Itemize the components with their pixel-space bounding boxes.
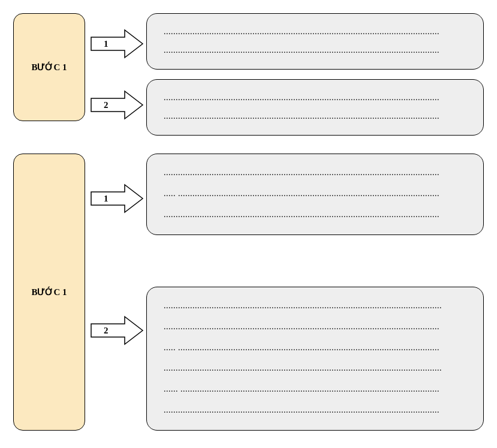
arrow-2: 2 (90, 90, 144, 120)
step-label: BƯỚC 1 (31, 287, 67, 297)
arrow-icon (90, 29, 144, 59)
arrow-label: 2 (104, 326, 109, 336)
arrow-label: 1 (104, 39, 109, 49)
arrow-icon (90, 315, 144, 345)
content-box-1: ........................................… (146, 13, 484, 70)
dotted-line: ........................................… (164, 94, 466, 102)
dotted-line: ........................................… (164, 211, 466, 219)
step-label: BƯỚC 1 (31, 62, 67, 73)
arrows-column: 1 2 (85, 154, 146, 431)
dotted-line: ..... ..................................… (164, 344, 466, 352)
step-section-1: BƯỚC 1 1 2 .............................… (13, 13, 484, 136)
arrow-label: 2 (104, 100, 109, 110)
dotted-line: ........................................… (164, 169, 466, 177)
step-box: BƯỚC 1 (13, 13, 85, 121)
dotted-line: ........................................… (164, 28, 466, 36)
dotted-line: ........................................… (164, 112, 466, 121)
arrow-label: 1 (104, 194, 109, 204)
arrow-2: 2 (90, 315, 144, 345)
dotted-line: ..... ..................................… (164, 190, 466, 198)
dotted-line: ...... .................................… (164, 385, 466, 393)
step-section-2: BƯỚC 1 1 2 .............................… (13, 154, 484, 431)
content-box-2: ........................................… (146, 287, 484, 431)
content-column: ........................................… (146, 154, 484, 431)
dotted-line: ........................................… (164, 364, 466, 372)
step-box: BƯỚC 1 (13, 154, 85, 431)
arrow-1: 1 (90, 184, 144, 214)
content-column: ........................................… (146, 13, 484, 136)
arrow-icon (90, 90, 144, 120)
arrows-column: 1 2 (85, 13, 146, 136)
content-box-1: ........................................… (146, 154, 484, 235)
dotted-line: ........................................… (164, 323, 466, 331)
arrow-1: 1 (90, 29, 144, 59)
dotted-line: ........................................… (164, 406, 466, 414)
dotted-line: ........................................… (164, 302, 466, 310)
dotted-line: ........................................… (164, 46, 466, 55)
content-box-2: ........................................… (146, 79, 484, 136)
arrow-icon (90, 184, 144, 214)
